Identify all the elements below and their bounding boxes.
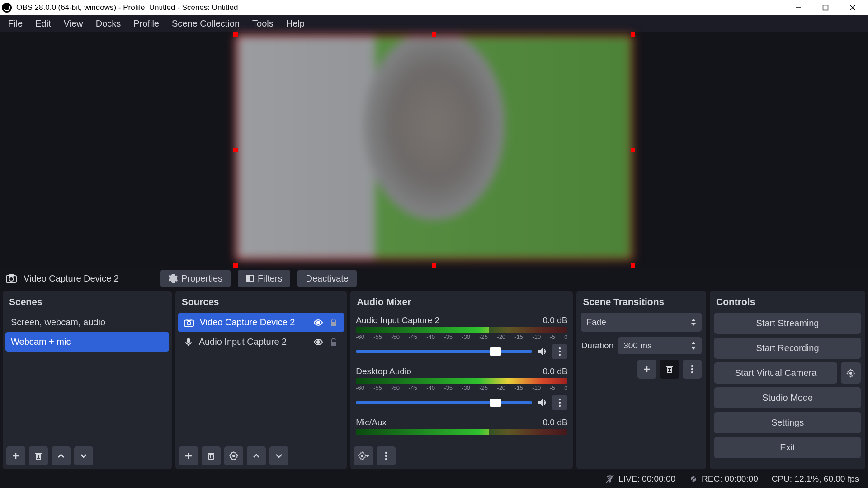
svg-point-32	[559, 351, 561, 352]
lock-icon[interactable]	[329, 318, 339, 328]
start-streaming-button[interactable]: Start Streaming	[714, 313, 861, 334]
menu-bar: File Edit View Docks Profile Scene Colle…	[0, 15, 868, 32]
transition-select[interactable]: Fade	[581, 313, 702, 332]
menu-scene-collection[interactable]: Scene Collection	[166, 17, 245, 31]
remove-scene-button[interactable]	[29, 446, 48, 465]
settings-button[interactable]: Settings	[714, 412, 861, 433]
svg-rect-23	[331, 342, 336, 346]
close-button[interactable]	[839, 0, 866, 15]
virtual-camera-settings-button[interactable]	[841, 362, 861, 384]
svg-point-34	[559, 399, 561, 400]
lock-icon[interactable]	[329, 337, 339, 347]
camera-icon	[184, 318, 194, 327]
add-transition-button[interactable]	[637, 360, 656, 379]
minimize-button[interactable]	[785, 0, 812, 15]
menu-profile[interactable]: Profile	[128, 17, 165, 31]
audio-meter	[356, 327, 567, 333]
audio-meter	[356, 429, 567, 435]
source-label: Video Capture Device 2	[200, 317, 295, 328]
scene-item[interactable]: Webcam + mic	[5, 332, 169, 352]
svg-rect-19	[331, 322, 336, 326]
remove-source-button[interactable]	[202, 446, 221, 465]
svg-point-30	[232, 455, 235, 457]
resize-handle[interactable]	[233, 32, 238, 37]
menu-tools[interactable]: Tools	[247, 17, 279, 31]
add-source-button[interactable]	[179, 446, 198, 465]
studio-mode-button[interactable]: Studio Mode	[714, 387, 861, 408]
remove-transition-button[interactable]	[660, 360, 679, 379]
source-toolbar: Video Capture Device 2 Properties Filter…	[0, 266, 868, 291]
mixer-settings-button[interactable]	[354, 446, 373, 465]
resize-handle[interactable]	[432, 263, 436, 268]
spinner-icon	[691, 341, 696, 351]
live-status: LIVE: 00:00:00	[618, 474, 675, 484]
source-item[interactable]: Audio Input Capture 2	[178, 332, 344, 352]
start-virtual-camera-button[interactable]: Start Virtual Camera	[714, 362, 837, 384]
svg-rect-11	[36, 454, 41, 460]
move-source-down-button[interactable]	[269, 446, 288, 465]
track-options-button[interactable]	[552, 344, 567, 359]
window-title: OBS 28.0.0 (64-bit, windows) - Profile: …	[16, 3, 238, 12]
status-bar: LIVE: 00:00:00 REC: 00:00:00 CPU: 12.1%,…	[0, 470, 868, 488]
preview-canvas[interactable]	[0, 32, 868, 266]
speaker-icon[interactable]	[537, 397, 547, 408]
mixer-track: Audio Input Capture 2 0.0 dB -60-55-50-4…	[353, 313, 570, 364]
svg-marker-43	[691, 323, 696, 326]
resize-handle[interactable]	[631, 263, 635, 268]
signal-icon	[605, 474, 615, 484]
meter-scale: -60-55-50-45-40-35-30-25-20-15-10-50	[356, 333, 567, 340]
resize-handle[interactable]	[233, 263, 238, 268]
menu-edit[interactable]: Edit	[30, 17, 56, 31]
move-scene-up-button[interactable]	[52, 446, 71, 465]
transition-options-button[interactable]	[683, 360, 702, 379]
preview-selected-source[interactable]	[236, 34, 633, 260]
visibility-toggle[interactable]	[313, 337, 323, 347]
svg-point-52	[691, 365, 693, 367]
scene-item[interactable]: Screen, webcam, audio	[5, 313, 169, 332]
scenes-dock: Scenes Screen, webcam, audio Webcam + mi…	[3, 291, 172, 469]
move-source-up-button[interactable]	[247, 446, 266, 465]
deactivate-button[interactable]: Deactivate	[297, 270, 357, 287]
track-db: 0.0 dB	[542, 418, 567, 427]
resize-handle[interactable]	[631, 32, 635, 37]
duration-input[interactable]: 300 ms	[618, 337, 702, 354]
menu-help[interactable]: Help	[281, 17, 310, 31]
camera-icon	[5, 273, 17, 283]
scenes-title: Scenes	[3, 291, 172, 313]
obs-logo-icon	[2, 3, 12, 13]
resize-handle[interactable]	[631, 148, 635, 152]
speaker-icon[interactable]	[537, 346, 547, 357]
source-item[interactable]: Video Capture Device 2	[178, 313, 344, 332]
volume-slider[interactable]	[356, 350, 532, 353]
menu-docks[interactable]: Docks	[90, 17, 127, 31]
menu-view[interactable]: View	[58, 17, 89, 31]
start-recording-button[interactable]: Start Recording	[714, 338, 861, 359]
mixer-track: Mic/Aux 0.0 dB	[353, 415, 570, 439]
svg-point-54	[691, 371, 693, 373]
menu-file[interactable]: File	[3, 17, 28, 31]
svg-point-22	[317, 341, 320, 343]
svg-point-41	[385, 458, 387, 460]
filters-button[interactable]: Filters	[238, 270, 290, 287]
svg-marker-42	[691, 319, 696, 321]
resize-handle[interactable]	[233, 148, 238, 152]
track-db: 0.0 dB	[542, 315, 567, 325]
exit-button[interactable]: Exit	[714, 437, 861, 458]
visibility-toggle[interactable]	[313, 318, 323, 328]
rec-status: REC: 00:00:00	[702, 474, 758, 484]
svg-point-16	[187, 321, 191, 325]
resize-handle[interactable]	[432, 32, 436, 37]
mixer-menu-button[interactable]	[377, 446, 396, 465]
svg-point-5	[9, 277, 14, 281]
move-scene-down-button[interactable]	[74, 446, 93, 465]
volume-slider[interactable]	[356, 401, 532, 404]
record-icon	[689, 474, 698, 483]
controls-dock: Controls Start Streaming Start Recording…	[710, 291, 865, 469]
track-options-button[interactable]	[552, 395, 567, 410]
track-db: 0.0 dB	[542, 366, 567, 376]
svg-point-40	[385, 455, 387, 457]
source-properties-button[interactable]	[224, 446, 243, 465]
add-scene-button[interactable]	[6, 446, 25, 465]
properties-button[interactable]: Properties	[160, 270, 231, 287]
maximize-button[interactable]	[812, 0, 839, 15]
